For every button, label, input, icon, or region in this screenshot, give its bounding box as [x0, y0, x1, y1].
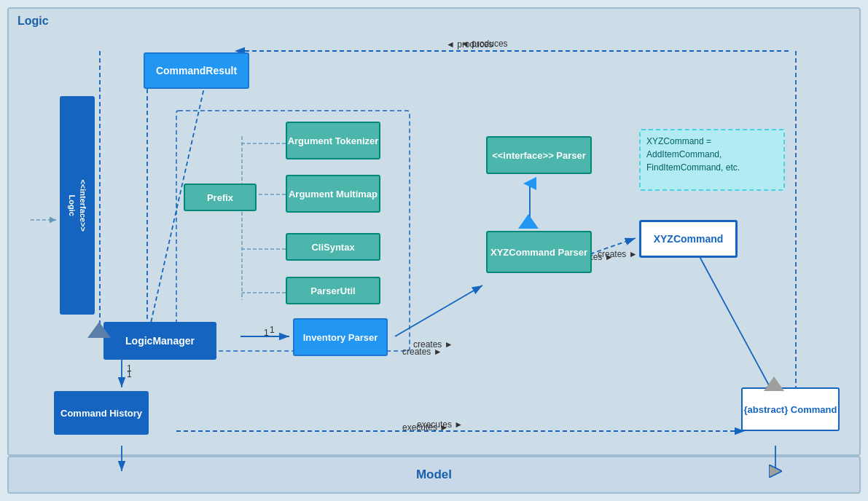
- parser-util-box: ParserUtil: [286, 277, 380, 304]
- one2: 1: [264, 328, 269, 338]
- command-result-box: CommandResult: [144, 52, 249, 89]
- abstract-inheritance-triangle: [764, 376, 784, 391]
- logic-manager-box: LogicManager: [103, 322, 216, 360]
- diagram-wrapper: Logic ◄ produces executes ► 1 1: [0, 0, 868, 501]
- abstract-command-box: {abstract} Command: [741, 387, 840, 431]
- creates-inv-label: creates ►: [402, 347, 442, 357]
- model-bar: Model: [7, 456, 861, 494]
- argument-tokenizer-box: Argument Tokenizer: [286, 122, 380, 159]
- cli-syntax-box: CliSyntax: [286, 233, 380, 261]
- command-history-box: Command History: [54, 391, 149, 435]
- logic-area: Logic ◄ produces executes ► 1 1: [7, 7, 861, 456]
- one2-label: 1: [270, 325, 275, 335]
- produces-label-text: ◄ produces: [446, 39, 493, 50]
- parser-inheritance-triangle: [518, 214, 539, 229]
- logic-interface-box: <<interface>> Logic: [60, 96, 95, 315]
- inheritance-triangle: [87, 322, 111, 338]
- inventory-parser-box: Inventory Parser: [293, 318, 388, 356]
- prefix-box: Prefix: [184, 184, 257, 211]
- logic-label: Logic: [17, 15, 49, 28]
- svg-line-9: [697, 253, 774, 395]
- model-label: Model: [416, 468, 452, 482]
- creates-xyz-label: creates ►: [598, 249, 638, 259]
- xyz-note-box: XYZCommand = AddItemCommand, FindItemCom…: [639, 129, 785, 191]
- argument-multimap-box: Argument Multimap: [286, 175, 380, 213]
- xyz-command-box: XYZCommand: [639, 220, 738, 258]
- svg-line-7: [395, 285, 482, 336]
- xyz-command-parser-box: XYZCommand Parser: [486, 231, 592, 273]
- executes-label-text: executes ►: [402, 422, 448, 433]
- one1: 1: [127, 369, 132, 379]
- parser-interface-box: <<interface>> Parser: [486, 136, 592, 174]
